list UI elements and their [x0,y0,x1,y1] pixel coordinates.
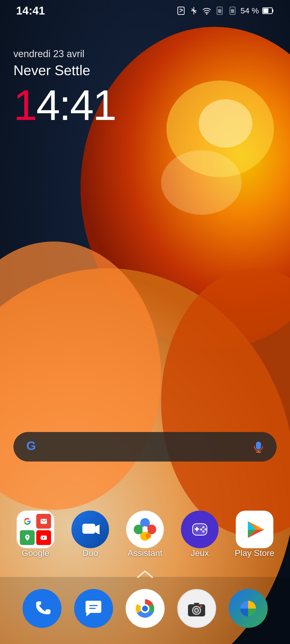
svg-point-29 [142,526,148,533]
svg-rect-14 [218,9,221,13]
svg-rect-36 [196,527,198,531]
app-label-play-store: Play Store [235,548,274,558]
google-logo: G [24,439,40,455]
app-label-duo: Duo [82,548,98,558]
jeux-icon [181,511,219,548]
app-item-jeux[interactable]: Jeux [177,511,223,558]
play-store-icon [236,511,273,548]
app-grid: Google Duo [0,511,290,558]
app-label-google: Google [21,548,49,558]
svg-point-34 [146,533,151,539]
battery-icon [262,6,274,16]
svg-point-37 [202,526,204,528]
app-item-google[interactable]: Google [13,511,58,558]
svg-rect-11 [178,7,184,14]
app-label-jeux: Jeux [191,548,209,558]
svg-point-9 [161,150,242,215]
assistant-icon [126,511,164,548]
status-bar: 14:41 54 % [0,0,290,21]
svg-point-51 [200,605,202,608]
svg-rect-41 [89,605,98,606]
dock-item-chrome[interactable] [126,589,165,628]
sim1-icon [215,6,224,16]
sim2-icon [228,6,237,16]
clock-accent-digit: 1 [13,81,36,129]
svg-point-40 [202,530,204,533]
svg-point-45 [142,606,148,611]
svg-rect-22 [82,524,95,534]
svg-rect-42 [89,608,96,609]
svg-rect-19 [263,9,269,13]
microphone-icon[interactable] [251,440,266,454]
duo-icon [71,511,109,548]
status-icons: 54 % [176,6,274,16]
svg-point-50 [195,609,198,612]
wifi-icon [202,6,212,16]
dock-item-camera[interactable] [177,589,216,628]
dock-item-weather[interactable] [229,589,268,628]
app-label-assistant: Assistant [128,548,162,558]
svg-text:G: G [26,439,36,453]
google-folder-icon [17,511,54,548]
dock-item-phone[interactable] [23,589,61,628]
svg-marker-23 [95,524,100,534]
battery-percent: 54 % [241,6,259,15]
dock-item-messages[interactable] [74,589,113,628]
app-item-duo[interactable]: Duo [67,511,113,558]
svg-rect-18 [272,9,273,12]
clock-tagline: Never Settle [13,62,115,78]
clock-widget: vendredi 23 avril Never Settle 14:41 [13,48,115,127]
svg-point-12 [206,13,207,15]
mute-icon [189,6,199,16]
clock-time: 14:41 [13,84,115,127]
clock-remaining-digits: 4:41 [36,81,115,129]
swipe-up-indicator[interactable] [134,567,156,582]
svg-rect-16 [231,9,234,13]
svg-point-33 [136,526,143,533]
dock [0,589,290,628]
nfc-icon [176,6,186,16]
svg-point-5 [199,99,252,148]
app-item-play-store[interactable]: Play Store [232,511,277,558]
app-item-assistant[interactable]: Assistant [122,511,168,558]
svg-point-39 [200,528,202,530]
status-time: 14:41 [16,4,45,17]
clock-date: vendredi 23 avril [13,48,115,60]
svg-point-30 [142,520,148,526]
search-bar[interactable]: G [13,432,277,462]
svg-point-38 [204,528,206,530]
